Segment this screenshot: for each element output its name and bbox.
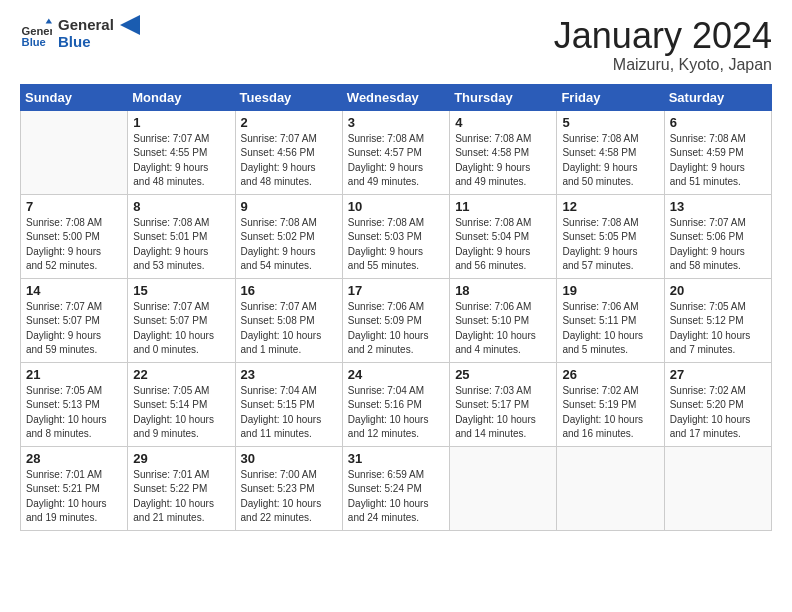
day-number: 9	[241, 199, 337, 214]
logo-arrow-icon	[120, 15, 140, 35]
calendar-day-header: Sunday	[21, 84, 128, 110]
day-info: Sunrise: 7:07 AM Sunset: 4:55 PM Dayligh…	[133, 132, 229, 190]
calendar-week-row: 7Sunrise: 7:08 AM Sunset: 5:00 PM Daylig…	[21, 194, 772, 278]
calendar-cell	[557, 446, 664, 530]
day-info: Sunrise: 7:05 AM Sunset: 5:13 PM Dayligh…	[26, 384, 122, 442]
calendar-cell: 16Sunrise: 7:07 AM Sunset: 5:08 PM Dayli…	[235, 278, 342, 362]
day-info: Sunrise: 7:08 AM Sunset: 4:59 PM Dayligh…	[670, 132, 766, 190]
day-info: Sunrise: 7:04 AM Sunset: 5:15 PM Dayligh…	[241, 384, 337, 442]
day-number: 5	[562, 115, 658, 130]
calendar-week-row: 21Sunrise: 7:05 AM Sunset: 5:13 PM Dayli…	[21, 362, 772, 446]
day-number: 25	[455, 367, 551, 382]
day-number: 1	[133, 115, 229, 130]
day-info: Sunrise: 7:07 AM Sunset: 4:56 PM Dayligh…	[241, 132, 337, 190]
calendar-cell: 23Sunrise: 7:04 AM Sunset: 5:15 PM Dayli…	[235, 362, 342, 446]
logo-blue-text: Blue	[58, 33, 114, 50]
calendar-cell: 22Sunrise: 7:05 AM Sunset: 5:14 PM Dayli…	[128, 362, 235, 446]
calendar-day-header: Saturday	[664, 84, 771, 110]
day-number: 16	[241, 283, 337, 298]
calendar-week-row: 1Sunrise: 7:07 AM Sunset: 4:55 PM Daylig…	[21, 110, 772, 194]
day-info: Sunrise: 7:06 AM Sunset: 5:09 PM Dayligh…	[348, 300, 444, 358]
calendar-day-header: Tuesday	[235, 84, 342, 110]
day-info: Sunrise: 7:07 AM Sunset: 5:07 PM Dayligh…	[133, 300, 229, 358]
calendar-cell: 8Sunrise: 7:08 AM Sunset: 5:01 PM Daylig…	[128, 194, 235, 278]
svg-marker-3	[120, 15, 140, 35]
day-info: Sunrise: 7:06 AM Sunset: 5:10 PM Dayligh…	[455, 300, 551, 358]
day-number: 4	[455, 115, 551, 130]
calendar-cell: 1Sunrise: 7:07 AM Sunset: 4:55 PM Daylig…	[128, 110, 235, 194]
calendar-cell: 13Sunrise: 7:07 AM Sunset: 5:06 PM Dayli…	[664, 194, 771, 278]
calendar-cell: 4Sunrise: 7:08 AM Sunset: 4:58 PM Daylig…	[450, 110, 557, 194]
day-info: Sunrise: 7:08 AM Sunset: 5:00 PM Dayligh…	[26, 216, 122, 274]
day-number: 21	[26, 367, 122, 382]
calendar-cell: 18Sunrise: 7:06 AM Sunset: 5:10 PM Dayli…	[450, 278, 557, 362]
calendar-title: January 2024	[554, 16, 772, 56]
calendar-cell: 12Sunrise: 7:08 AM Sunset: 5:05 PM Dayli…	[557, 194, 664, 278]
calendar-cell: 21Sunrise: 7:05 AM Sunset: 5:13 PM Dayli…	[21, 362, 128, 446]
calendar-subtitle: Maizuru, Kyoto, Japan	[554, 56, 772, 74]
day-info: Sunrise: 7:01 AM Sunset: 5:22 PM Dayligh…	[133, 468, 229, 526]
day-info: Sunrise: 7:03 AM Sunset: 5:17 PM Dayligh…	[455, 384, 551, 442]
day-number: 29	[133, 451, 229, 466]
day-number: 22	[133, 367, 229, 382]
day-number: 8	[133, 199, 229, 214]
day-number: 30	[241, 451, 337, 466]
calendar-cell: 11Sunrise: 7:08 AM Sunset: 5:04 PM Dayli…	[450, 194, 557, 278]
header: General Blue General Blue January 2024 M…	[20, 16, 772, 74]
logo: General Blue General Blue	[20, 16, 140, 50]
calendar-cell	[21, 110, 128, 194]
title-block: January 2024 Maizuru, Kyoto, Japan	[554, 16, 772, 74]
day-number: 24	[348, 367, 444, 382]
calendar-header-row: SundayMondayTuesdayWednesdayThursdayFrid…	[21, 84, 772, 110]
day-info: Sunrise: 7:08 AM Sunset: 5:03 PM Dayligh…	[348, 216, 444, 274]
calendar-cell	[450, 446, 557, 530]
calendar-cell: 7Sunrise: 7:08 AM Sunset: 5:00 PM Daylig…	[21, 194, 128, 278]
day-info: Sunrise: 7:06 AM Sunset: 5:11 PM Dayligh…	[562, 300, 658, 358]
day-number: 19	[562, 283, 658, 298]
day-number: 26	[562, 367, 658, 382]
calendar-cell: 31Sunrise: 6:59 AM Sunset: 5:24 PM Dayli…	[342, 446, 449, 530]
calendar-cell: 19Sunrise: 7:06 AM Sunset: 5:11 PM Dayli…	[557, 278, 664, 362]
day-number: 2	[241, 115, 337, 130]
calendar-cell: 25Sunrise: 7:03 AM Sunset: 5:17 PM Dayli…	[450, 362, 557, 446]
calendar-day-header: Friday	[557, 84, 664, 110]
svg-text:General: General	[22, 25, 52, 37]
svg-text:Blue: Blue	[22, 36, 46, 48]
calendar-cell: 3Sunrise: 7:08 AM Sunset: 4:57 PM Daylig…	[342, 110, 449, 194]
day-info: Sunrise: 7:08 AM Sunset: 5:01 PM Dayligh…	[133, 216, 229, 274]
calendar-cell: 20Sunrise: 7:05 AM Sunset: 5:12 PM Dayli…	[664, 278, 771, 362]
calendar-cell: 28Sunrise: 7:01 AM Sunset: 5:21 PM Dayli…	[21, 446, 128, 530]
calendar-cell: 26Sunrise: 7:02 AM Sunset: 5:19 PM Dayli…	[557, 362, 664, 446]
calendar-cell: 2Sunrise: 7:07 AM Sunset: 4:56 PM Daylig…	[235, 110, 342, 194]
calendar-cell: 10Sunrise: 7:08 AM Sunset: 5:03 PM Dayli…	[342, 194, 449, 278]
day-number: 11	[455, 199, 551, 214]
calendar-cell: 27Sunrise: 7:02 AM Sunset: 5:20 PM Dayli…	[664, 362, 771, 446]
calendar-week-row: 28Sunrise: 7:01 AM Sunset: 5:21 PM Dayli…	[21, 446, 772, 530]
day-number: 7	[26, 199, 122, 214]
day-number: 6	[670, 115, 766, 130]
day-info: Sunrise: 7:07 AM Sunset: 5:08 PM Dayligh…	[241, 300, 337, 358]
day-info: Sunrise: 7:08 AM Sunset: 4:58 PM Dayligh…	[562, 132, 658, 190]
calendar-day-header: Wednesday	[342, 84, 449, 110]
day-info: Sunrise: 7:08 AM Sunset: 5:05 PM Dayligh…	[562, 216, 658, 274]
calendar-cell: 9Sunrise: 7:08 AM Sunset: 5:02 PM Daylig…	[235, 194, 342, 278]
calendar-cell: 15Sunrise: 7:07 AM Sunset: 5:07 PM Dayli…	[128, 278, 235, 362]
day-number: 17	[348, 283, 444, 298]
day-info: Sunrise: 7:08 AM Sunset: 4:57 PM Dayligh…	[348, 132, 444, 190]
calendar-week-row: 14Sunrise: 7:07 AM Sunset: 5:07 PM Dayli…	[21, 278, 772, 362]
day-info: Sunrise: 7:00 AM Sunset: 5:23 PM Dayligh…	[241, 468, 337, 526]
page-container: General Blue General Blue January 2024 M…	[0, 0, 792, 541]
day-number: 28	[26, 451, 122, 466]
day-info: Sunrise: 7:02 AM Sunset: 5:20 PM Dayligh…	[670, 384, 766, 442]
day-number: 31	[348, 451, 444, 466]
day-info: Sunrise: 7:08 AM Sunset: 5:02 PM Dayligh…	[241, 216, 337, 274]
calendar-cell: 24Sunrise: 7:04 AM Sunset: 5:16 PM Dayli…	[342, 362, 449, 446]
calendar-table: SundayMondayTuesdayWednesdayThursdayFrid…	[20, 84, 772, 531]
day-info: Sunrise: 7:05 AM Sunset: 5:12 PM Dayligh…	[670, 300, 766, 358]
day-number: 3	[348, 115, 444, 130]
logo-icon: General Blue	[20, 17, 52, 49]
day-number: 13	[670, 199, 766, 214]
logo-general-text: General	[58, 16, 114, 33]
day-number: 27	[670, 367, 766, 382]
day-info: Sunrise: 7:08 AM Sunset: 4:58 PM Dayligh…	[455, 132, 551, 190]
